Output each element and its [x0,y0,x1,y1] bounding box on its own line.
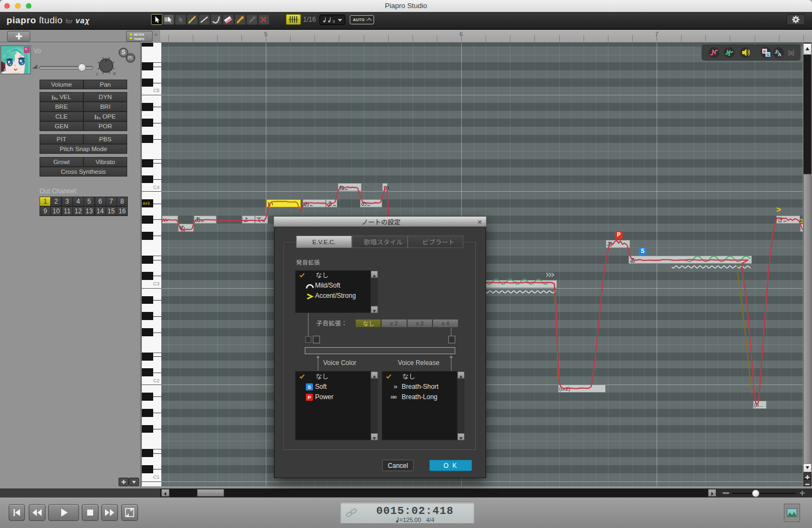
svg-text:[a]: [a] [788,50,794,56]
svg-text:3: 3 [332,19,335,24]
svg-text:TEMPO: TEMPO [134,37,145,41]
svg-text:METER: METER [134,33,144,36]
svg-text:R: R [113,72,116,76]
svg-text:S: S [767,53,770,57]
svg-text:L: L [96,72,99,76]
svg-text:A: A [778,52,782,57]
